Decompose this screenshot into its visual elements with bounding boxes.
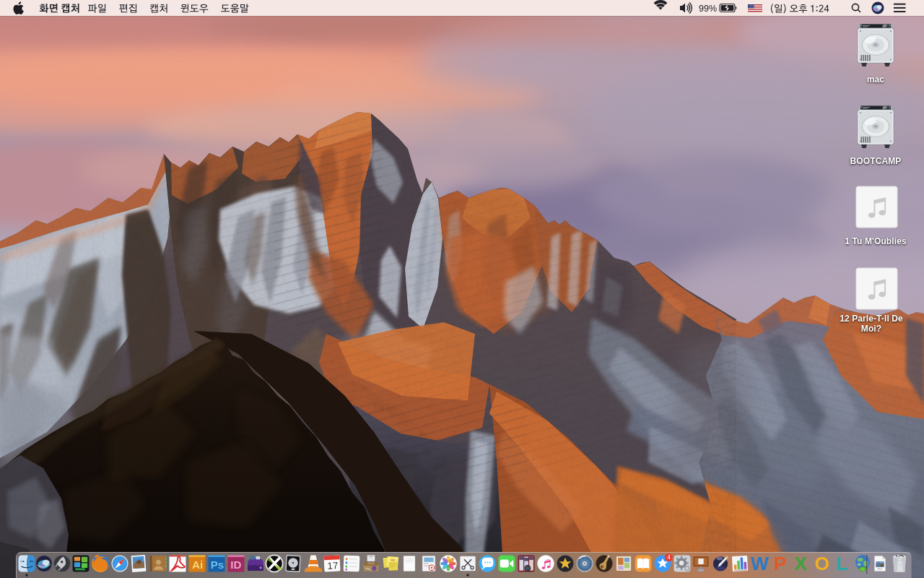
- svg-text:17: 17: [327, 560, 338, 571]
- svg-text:JPG: JPG: [877, 568, 882, 571]
- svg-text:Ai: Ai: [192, 558, 203, 571]
- svg-text:99%: 99%: [699, 4, 717, 14]
- svg-text:O: O: [814, 553, 829, 574]
- svg-text:ID: ID: [230, 558, 241, 571]
- svg-text:X: X: [794, 553, 807, 574]
- svg-text:Ps: Ps: [211, 558, 225, 571]
- svg-text:4: 4: [667, 554, 671, 561]
- svg-text:Mgr: Mgr: [391, 558, 396, 561]
- svg-text:P: P: [773, 553, 786, 574]
- svg-text:W: W: [751, 553, 769, 574]
- svg-text:L: L: [836, 553, 847, 574]
